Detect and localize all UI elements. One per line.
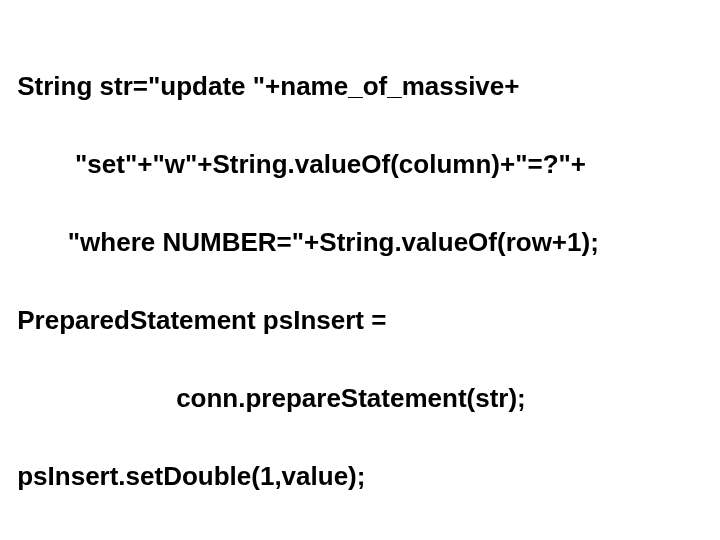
code-line: String str="update "+name_of_massive+ bbox=[10, 67, 710, 106]
code-line: conn.prepareStatement(str); bbox=[10, 379, 710, 418]
code-line: PreparedStatement psInsert = bbox=[10, 301, 710, 340]
code-line: "where NUMBER="+String.valueOf(row+1); bbox=[10, 223, 710, 262]
code-block: String str="update "+name_of_massive+ "s… bbox=[0, 0, 720, 540]
code-line: "set"+"w"+String.valueOf(column)+"=?"+ bbox=[10, 145, 710, 184]
code-line: psInsert.setDouble(1,value); bbox=[10, 457, 710, 496]
code-line: psInsert.executeUpdate();} bbox=[10, 535, 710, 540]
